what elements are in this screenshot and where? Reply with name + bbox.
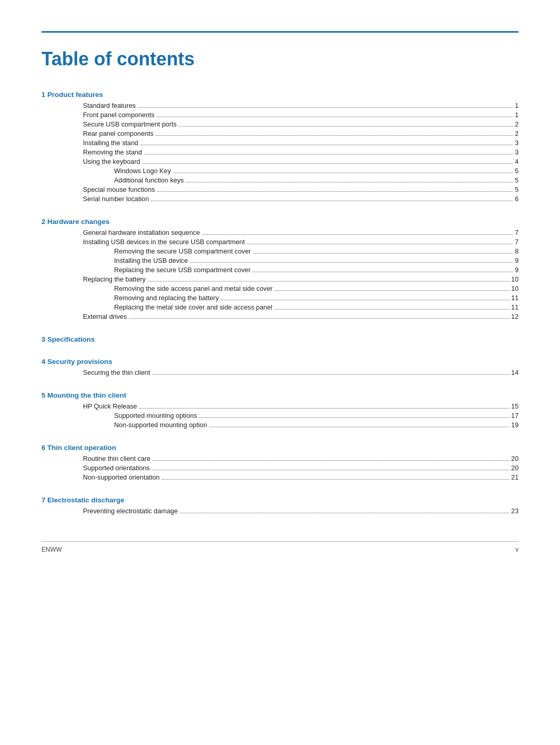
entry-text: Standard features	[83, 102, 136, 109]
entry-dots	[162, 479, 509, 480]
toc-entry[interactable]: Additional function keys5	[41, 175, 519, 185]
entry-dots	[152, 470, 509, 470]
section-block: 2 Hardware changesGeneral hardware insta…	[41, 218, 519, 321]
toc-entry[interactable]: Removing the side access panel and metal…	[41, 284, 519, 293]
toc-entry[interactable]: External drives12	[41, 312, 519, 321]
entry-page: 7	[515, 229, 519, 236]
toc-entry[interactable]: Securing the thin client14	[41, 368, 519, 377]
toc-entry[interactable]: Replacing the metal side cover and side …	[41, 302, 519, 312]
section-heading[interactable]: 4 Security provisions	[41, 358, 519, 366]
entry-dots	[157, 117, 513, 117]
section-heading[interactable]: 3 Specifications	[41, 335, 519, 343]
entry-dots	[221, 300, 509, 300]
toc-entry[interactable]: General hardware installation sequence7	[41, 228, 519, 237]
entry-page: 7	[515, 238, 519, 246]
entry-page: 4	[515, 158, 519, 165]
footer-right: v	[515, 546, 519, 553]
toc-entry[interactable]: Replacing the secure USB compartment cov…	[41, 265, 519, 274]
toc-entry[interactable]: Supported orientations20	[41, 463, 519, 472]
footer: ENWW v	[41, 546, 519, 553]
entry-text: Rear panel components	[83, 130, 153, 137]
toc-entry[interactable]: Special mouse functions5	[41, 185, 519, 194]
entry-dots	[138, 107, 513, 108]
entry-text: Supported orientations	[83, 464, 150, 472]
section-heading[interactable]: 6 Thin client operation	[41, 444, 519, 452]
toc-entry[interactable]: Replacing the battery10	[41, 274, 519, 284]
toc-entry[interactable]: Installing the USB device9	[41, 256, 519, 265]
footer-left: ENWW	[41, 546, 62, 553]
entry-text: Preventing electrostatic damage	[83, 507, 178, 515]
entry-page: 8	[515, 247, 519, 255]
toc-entries: Securing the thin client14	[41, 368, 519, 377]
toc-entries: Routine thin client care20Supported orie…	[41, 454, 519, 482]
entry-page: 1	[515, 102, 519, 109]
section-heading[interactable]: 2 Hardware changes	[41, 218, 519, 226]
entry-dots	[275, 290, 509, 291]
entry-dots	[151, 201, 513, 201]
entry-page: 9	[515, 266, 519, 274]
section-heading[interactable]: 1 Product features	[41, 91, 519, 99]
entry-text: Routine thin client care	[83, 455, 150, 462]
entry-page: 11	[511, 294, 519, 302]
entry-dots	[274, 309, 509, 310]
entry-page: 12	[511, 313, 519, 320]
entry-dots	[148, 281, 509, 282]
section-block: 4 Security provisionsSecuring the thin c…	[41, 358, 519, 377]
entry-text: Non-supported orientation	[83, 473, 160, 481]
toc-entry[interactable]: Routine thin client care20	[41, 454, 519, 463]
toc-entry[interactable]: Secure USB compartment ports2	[41, 119, 519, 129]
toc-entry[interactable]: Installing USB devices in the secure USB…	[41, 237, 519, 246]
toc-entry[interactable]: Rear panel components2	[41, 129, 519, 138]
toc-entry[interactable]: Non-supported orientation21	[41, 472, 519, 482]
entry-page: 3	[515, 148, 519, 156]
toc-entry[interactable]: Installing the stand3	[41, 138, 519, 147]
toc-entry[interactable]: HP Quick Release15	[41, 401, 519, 411]
entry-dots	[179, 126, 513, 126]
entry-page: 10	[511, 275, 519, 283]
entry-dots	[139, 408, 509, 409]
toc-entry[interactable]: Removing and replacing the battery11	[41, 293, 519, 302]
entry-dots	[247, 244, 513, 244]
entry-text: Front panel components	[83, 111, 155, 119]
entry-page: 14	[511, 369, 519, 376]
toc-entry[interactable]: Using the keyboard4	[41, 157, 519, 166]
toc-entry[interactable]: Standard features1	[41, 101, 519, 110]
entry-page: 5	[515, 176, 519, 184]
toc-entry[interactable]: Preventing electrostatic damage23	[41, 506, 519, 515]
page-title: Table of contents	[41, 48, 519, 70]
entry-page: 20	[511, 455, 519, 462]
toc-entries: Preventing electrostatic damage23	[41, 506, 519, 515]
entry-page: 11	[511, 303, 519, 311]
entry-text: Securing the thin client	[83, 369, 150, 376]
toc-entry[interactable]: Removing the secure USB compartment cove…	[41, 246, 519, 256]
toc-entries: General hardware installation sequence7I…	[41, 228, 519, 321]
section-block: 3 Specifications	[41, 335, 519, 343]
entry-dots	[157, 191, 513, 192]
entry-text: Removing the secure USB compartment cove…	[114, 247, 251, 255]
section-block: 6 Thin client operationRoutine thin clie…	[41, 444, 519, 482]
entry-dots	[144, 154, 513, 154]
entry-dots	[253, 253, 513, 254]
section-heading[interactable]: 5 Mounting the thin client	[41, 391, 519, 399]
section-heading[interactable]: 7 Electrostatic discharge	[41, 496, 519, 504]
entry-text: Non-supported mounting option	[114, 421, 207, 429]
entry-page: 2	[515, 120, 519, 128]
entry-dots	[173, 173, 513, 173]
entry-text: Installing the stand	[83, 139, 138, 147]
toc-container: 1 Product featuresStandard features1Fron…	[41, 91, 519, 515]
entry-dots	[152, 460, 509, 461]
footer-rule	[41, 541, 519, 542]
toc-entry[interactable]: Front panel components1	[41, 110, 519, 119]
entry-text: Removing and replacing the battery	[114, 294, 219, 302]
toc-entry[interactable]: Serial number location6	[41, 194, 519, 203]
toc-entry[interactable]: Supported mounting options17	[41, 411, 519, 420]
entry-page: 15	[511, 402, 519, 410]
toc-entry[interactable]: Windows Logo Key5	[41, 166, 519, 175]
section-block: 5 Mounting the thin clientHP Quick Relea…	[41, 391, 519, 429]
entry-page: 10	[511, 285, 519, 292]
entry-dots	[209, 427, 509, 427]
entry-text: Replacing the metal side cover and side …	[114, 303, 272, 311]
toc-entry[interactable]: Removing the stand3	[41, 147, 519, 157]
toc-entry[interactable]: Non-supported mounting option19	[41, 420, 519, 429]
entry-dots	[141, 145, 513, 145]
